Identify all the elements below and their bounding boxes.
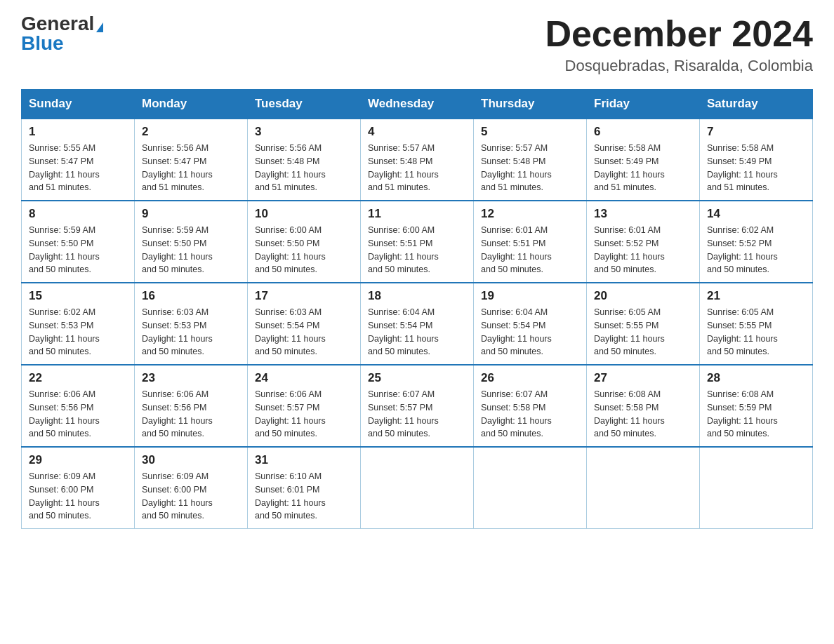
- day-info: Sunrise: 6:01 AMSunset: 5:51 PMDaylight:…: [481, 224, 579, 276]
- calendar-cell: 26Sunrise: 6:07 AMSunset: 5:58 PMDayligh…: [474, 365, 587, 447]
- calendar-cell: 24Sunrise: 6:06 AMSunset: 5:57 PMDayligh…: [248, 365, 361, 447]
- calendar-cell: 22Sunrise: 6:06 AMSunset: 5:56 PMDayligh…: [22, 365, 135, 447]
- calendar-cell: 23Sunrise: 6:06 AMSunset: 5:56 PMDayligh…: [135, 365, 248, 447]
- day-number: 17: [255, 289, 353, 303]
- calendar-cell: 15Sunrise: 6:02 AMSunset: 5:53 PMDayligh…: [22, 283, 135, 365]
- day-number: 14: [707, 207, 805, 221]
- day-info: Sunrise: 6:03 AMSunset: 5:53 PMDaylight:…: [142, 306, 240, 358]
- calendar-cell: 13Sunrise: 6:01 AMSunset: 5:52 PMDayligh…: [587, 201, 700, 283]
- calendar-cell: 14Sunrise: 6:02 AMSunset: 5:52 PMDayligh…: [700, 201, 813, 283]
- month-title: December 2024: [545, 14, 813, 54]
- column-header-wednesday: Wednesday: [361, 90, 474, 119]
- day-info: Sunrise: 6:08 AMSunset: 5:59 PMDaylight:…: [707, 388, 805, 441]
- logo-top: General: [21, 14, 103, 34]
- column-header-tuesday: Tuesday: [248, 90, 361, 119]
- calendar-cell: 9Sunrise: 5:59 AMSunset: 5:50 PMDaylight…: [135, 201, 248, 283]
- calendar-cell: 20Sunrise: 6:05 AMSunset: 5:55 PMDayligh…: [587, 283, 700, 365]
- day-number: 12: [481, 207, 579, 221]
- day-number: 29: [29, 453, 127, 467]
- column-header-thursday: Thursday: [474, 90, 587, 119]
- day-number: 16: [142, 289, 240, 303]
- day-number: 13: [594, 207, 692, 221]
- calendar-table: SundayMondayTuesdayWednesdayThursdayFrid…: [21, 89, 813, 529]
- day-number: 6: [594, 125, 692, 139]
- calendar-cell: 19Sunrise: 6:04 AMSunset: 5:54 PMDayligh…: [474, 283, 587, 365]
- location-text: Dosquebradas, Risaralda, Colombia: [545, 57, 813, 75]
- calendar-week-row: 22Sunrise: 6:06 AMSunset: 5:56 PMDayligh…: [22, 365, 813, 447]
- day-number: 23: [142, 371, 240, 385]
- day-info: Sunrise: 5:58 AMSunset: 5:49 PMDaylight:…: [707, 142, 805, 194]
- day-info: Sunrise: 6:07 AMSunset: 5:58 PMDaylight:…: [481, 388, 579, 441]
- day-number: 9: [142, 207, 240, 221]
- day-number: 18: [368, 289, 466, 303]
- logo-general-text: General: [21, 13, 94, 34]
- day-info: Sunrise: 5:56 AMSunset: 5:48 PMDaylight:…: [255, 142, 353, 194]
- day-info: Sunrise: 6:09 AMSunset: 6:00 PMDaylight:…: [29, 470, 127, 523]
- day-number: 10: [255, 207, 353, 221]
- day-number: 21: [707, 289, 805, 303]
- day-info: Sunrise: 6:06 AMSunset: 5:56 PMDaylight:…: [142, 388, 240, 441]
- calendar-cell: 4Sunrise: 5:57 AMSunset: 5:48 PMDaylight…: [361, 119, 474, 201]
- calendar-cell: 25Sunrise: 6:07 AMSunset: 5:57 PMDayligh…: [361, 365, 474, 447]
- calendar-cell: 12Sunrise: 6:01 AMSunset: 5:51 PMDayligh…: [474, 201, 587, 283]
- day-info: Sunrise: 5:58 AMSunset: 5:49 PMDaylight:…: [594, 142, 692, 194]
- calendar-cell: 11Sunrise: 6:00 AMSunset: 5:51 PMDayligh…: [361, 201, 474, 283]
- calendar-cell: 27Sunrise: 6:08 AMSunset: 5:58 PMDayligh…: [587, 365, 700, 447]
- day-info: Sunrise: 6:03 AMSunset: 5:54 PMDaylight:…: [255, 306, 353, 358]
- calendar-week-row: 15Sunrise: 6:02 AMSunset: 5:53 PMDayligh…: [22, 283, 813, 365]
- calendar-cell: 31Sunrise: 6:10 AMSunset: 6:01 PMDayligh…: [248, 447, 361, 529]
- day-info: Sunrise: 6:02 AMSunset: 5:52 PMDaylight:…: [707, 224, 805, 276]
- day-info: Sunrise: 6:00 AMSunset: 5:50 PMDaylight:…: [255, 224, 353, 276]
- day-number: 24: [255, 371, 353, 385]
- calendar-header-row: SundayMondayTuesdayWednesdayThursdayFrid…: [22, 90, 813, 119]
- day-number: 11: [368, 207, 466, 221]
- logo-triangle-icon: [96, 22, 103, 32]
- day-info: Sunrise: 5:57 AMSunset: 5:48 PMDaylight:…: [481, 142, 579, 194]
- day-info: Sunrise: 6:07 AMSunset: 5:57 PMDaylight:…: [368, 388, 466, 441]
- column-header-monday: Monday: [135, 90, 248, 119]
- day-number: 20: [594, 289, 692, 303]
- day-number: 28: [707, 371, 805, 385]
- day-info: Sunrise: 5:59 AMSunset: 5:50 PMDaylight:…: [29, 224, 127, 276]
- day-number: 31: [255, 453, 353, 467]
- day-info: Sunrise: 6:04 AMSunset: 5:54 PMDaylight:…: [481, 306, 579, 358]
- day-number: 27: [594, 371, 692, 385]
- day-info: Sunrise: 6:01 AMSunset: 5:52 PMDaylight:…: [594, 224, 692, 276]
- calendar-cell: 16Sunrise: 6:03 AMSunset: 5:53 PMDayligh…: [135, 283, 248, 365]
- day-info: Sunrise: 6:09 AMSunset: 6:00 PMDaylight:…: [142, 470, 240, 523]
- calendar-cell: 8Sunrise: 5:59 AMSunset: 5:50 PMDaylight…: [22, 201, 135, 283]
- day-info: Sunrise: 6:04 AMSunset: 5:54 PMDaylight:…: [368, 306, 466, 358]
- day-info: Sunrise: 6:00 AMSunset: 5:51 PMDaylight:…: [368, 224, 466, 276]
- day-info: Sunrise: 6:06 AMSunset: 5:56 PMDaylight:…: [29, 388, 127, 441]
- calendar-cell: 29Sunrise: 6:09 AMSunset: 6:00 PMDayligh…: [22, 447, 135, 529]
- day-number: 2: [142, 125, 240, 139]
- day-number: 19: [481, 289, 579, 303]
- calendar-cell: [587, 447, 700, 529]
- day-info: Sunrise: 5:56 AMSunset: 5:47 PMDaylight:…: [142, 142, 240, 194]
- day-number: 8: [29, 207, 127, 221]
- day-number: 5: [481, 125, 579, 139]
- calendar-cell: 18Sunrise: 6:04 AMSunset: 5:54 PMDayligh…: [361, 283, 474, 365]
- column-header-saturday: Saturday: [700, 90, 813, 119]
- logo: General Blue: [21, 14, 103, 53]
- calendar-cell: 1Sunrise: 5:55 AMSunset: 5:47 PMDaylight…: [22, 119, 135, 201]
- calendar-cell: 30Sunrise: 6:09 AMSunset: 6:00 PMDayligh…: [135, 447, 248, 529]
- calendar-cell: [700, 447, 813, 529]
- calendar-week-row: 1Sunrise: 5:55 AMSunset: 5:47 PMDaylight…: [22, 119, 813, 201]
- day-info: Sunrise: 6:05 AMSunset: 5:55 PMDaylight:…: [707, 306, 805, 358]
- calendar-cell: 7Sunrise: 5:58 AMSunset: 5:49 PMDaylight…: [700, 119, 813, 201]
- day-info: Sunrise: 6:08 AMSunset: 5:58 PMDaylight:…: [594, 388, 692, 441]
- day-info: Sunrise: 6:05 AMSunset: 5:55 PMDaylight:…: [594, 306, 692, 358]
- day-info: Sunrise: 5:59 AMSunset: 5:50 PMDaylight:…: [142, 224, 240, 276]
- column-header-friday: Friday: [587, 90, 700, 119]
- day-number: 25: [368, 371, 466, 385]
- day-number: 1: [29, 125, 127, 139]
- calendar-cell: 28Sunrise: 6:08 AMSunset: 5:59 PMDayligh…: [700, 365, 813, 447]
- page-header: General Blue December 2024 Dosquebradas,…: [21, 14, 813, 75]
- day-number: 15: [29, 289, 127, 303]
- calendar-cell: 10Sunrise: 6:00 AMSunset: 5:50 PMDayligh…: [248, 201, 361, 283]
- day-number: 7: [707, 125, 805, 139]
- column-header-sunday: Sunday: [22, 90, 135, 119]
- calendar-cell: 21Sunrise: 6:05 AMSunset: 5:55 PMDayligh…: [700, 283, 813, 365]
- day-info: Sunrise: 5:57 AMSunset: 5:48 PMDaylight:…: [368, 142, 466, 194]
